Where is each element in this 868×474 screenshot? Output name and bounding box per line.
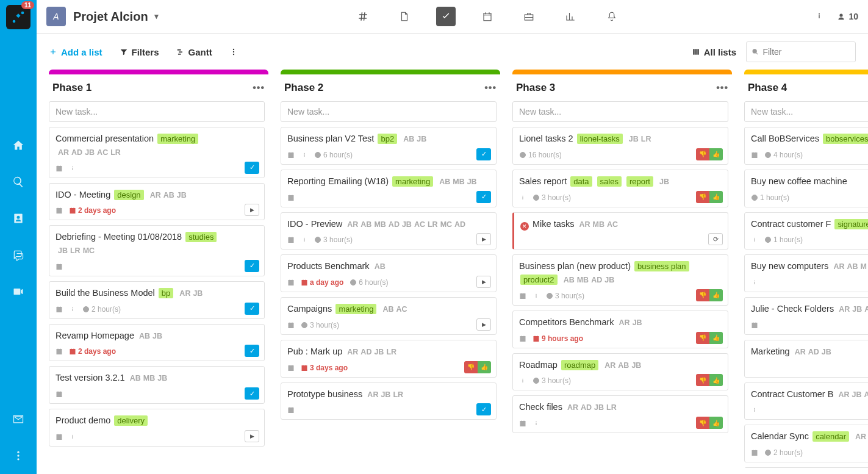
gantt-button[interactable]: Gantt (176, 47, 212, 57)
column-menu[interactable]: ••• (253, 82, 265, 93)
task-card[interactable]: Business plan V2 Test bp2 ABJB 6 hour(s)… (281, 127, 497, 165)
task-card[interactable]: Marketing ARADJB (744, 340, 868, 378)
task-card[interactable]: Call customer E (Canada) client (744, 467, 868, 468)
play-button[interactable]: ▶ (476, 318, 491, 331)
view-tasks[interactable] (436, 7, 456, 26)
new-task-input[interactable]: New task... (512, 101, 728, 122)
play-button[interactable]: ▶ (476, 233, 491, 245)
task-card[interactable]: Contract customer F signature 1 hour(s) (744, 212, 868, 250)
task-card[interactable]: Call BoBServices bobservices 4 hour(s) (744, 127, 868, 165)
vote-up-button[interactable]: 👍 (709, 191, 723, 203)
vote-up-button[interactable]: 👍 (709, 148, 723, 160)
info-icon[interactable] (814, 11, 824, 22)
nav-video[interactable] (0, 273, 37, 310)
complete-button[interactable]: ✓ (245, 260, 259, 272)
vote-up-button[interactable]: 👍 (709, 417, 723, 429)
view-file[interactable] (395, 7, 414, 26)
task-card[interactable]: Pub : Mark up ARADJBLR 3 days ago 👎👍 (281, 340, 497, 378)
app-logo[interactable]: 11 (6, 5, 30, 29)
assignee-initials: AR (150, 191, 161, 199)
task-card[interactable]: Lionel tasks 2 lionel-tasks JBLR 16 hour… (512, 127, 728, 165)
view-stats[interactable] (561, 7, 580, 26)
task-title: Reporting Emailing (W18) (287, 176, 389, 186)
complete-button[interactable]: ✓ (476, 191, 491, 203)
vote-down-button[interactable]: 👎 (696, 289, 709, 301)
toolbar-more[interactable] (229, 48, 238, 56)
project-selector[interactable]: Projet Alcion ▼ (73, 10, 160, 24)
task-card[interactable]: IDO - Preview ARABMBADJBACLRMCAD 3 hour(… (281, 212, 497, 250)
task-card[interactable]: Julie - Check Folders ARJBA (744, 297, 868, 335)
task-card[interactable]: Sales report data sales report JB 3 hour… (512, 170, 728, 207)
nav-mail[interactable] (0, 401, 37, 437)
vote-down-button[interactable]: 👎 (696, 374, 709, 386)
vote-up-button[interactable]: 👍 (709, 374, 723, 386)
all-lists-button[interactable]: All lists (692, 47, 736, 57)
nav-home[interactable] (0, 127, 37, 163)
task-card[interactable]: Revamp Homepage ABJB 2 days ago ✓ (49, 324, 265, 362)
task-card[interactable]: Buy new coffee machine 1 hour(s) (744, 170, 868, 207)
calendar-icon (519, 420, 526, 427)
nav-chat[interactable] (0, 237, 37, 273)
task-card[interactable]: Competitors Benchmark ARJB 9 hours ago 👎… (512, 311, 728, 348)
vote-down-button[interactable]: 👎 (696, 417, 709, 429)
nav-search[interactable] (0, 163, 37, 200)
vote-up-button[interactable]: 👍 (709, 289, 723, 301)
column-menu[interactable]: ••• (484, 82, 497, 93)
sync-button[interactable]: ⟳ (708, 233, 723, 245)
vote-down-button[interactable]: 👎 (696, 148, 709, 160)
task-card[interactable]: Business plan (new product) business pla… (512, 254, 728, 306)
task-card[interactable]: Reporting Emailing (W18) marketing ABMBJ… (281, 170, 497, 207)
task-card[interactable]: IDO - Meeting design ARABJB 2 days ago ▶ (49, 183, 265, 221)
new-task-input[interactable]: New task... (281, 101, 497, 122)
filters-button[interactable]: Filters (120, 47, 159, 57)
task-card[interactable]: Campaigns marketing ABAC 3 hour(s) ▶ (281, 297, 497, 335)
complete-button[interactable]: ✓ (245, 345, 259, 357)
task-card[interactable]: Commercial presentation marketing ARADJB… (49, 127, 265, 178)
task-card[interactable]: Buy new computers ARABM (744, 254, 868, 292)
task-card[interactable]: Build the Business Model bp ARJB 2 hour(… (49, 281, 265, 319)
complete-button[interactable]: ✓ (245, 303, 259, 315)
task-card[interactable]: Test version 3.2.1 ABMBJB ✓ (49, 366, 265, 404)
add-list-button[interactable]: Add a list (49, 47, 102, 57)
view-hash[interactable] (353, 7, 373, 26)
svg-rect-23 (57, 209, 62, 214)
task-title: Contract Customer B (751, 389, 833, 399)
nav-contacts[interactable] (0, 200, 37, 237)
task-card[interactable]: Products Benchmark AB a day ago 6 hour(s… (281, 254, 497, 292)
new-task-input[interactable]: New task... (744, 101, 868, 122)
play-button[interactable]: ▶ (245, 204, 259, 216)
assignee-initials: AR (604, 361, 615, 370)
task-card[interactable]: Calendar Sync calendar ARAl 2 hour(s) (744, 425, 868, 462)
complete-button[interactable]: ✓ (245, 162, 259, 174)
task-card[interactable]: Roadmap roadmap ARABJB 3 hour(s) 👎👍 (512, 353, 728, 391)
vote-down-button[interactable]: 👎 (696, 332, 709, 344)
play-button[interactable]: ▶ (245, 430, 259, 442)
view-briefcase[interactable] (519, 7, 539, 26)
user-count[interactable]: 10 (836, 12, 858, 21)
complete-button[interactable]: ✓ (476, 403, 491, 415)
view-notifications[interactable] (602, 7, 622, 26)
complete-button[interactable]: ✓ (245, 387, 259, 400)
calendar-icon (56, 165, 63, 172)
play-button[interactable]: ▶ (476, 276, 491, 288)
assignee-initials: AR (839, 305, 850, 314)
vote-down-button[interactable]: 👎 (464, 361, 478, 373)
filter-input[interactable] (762, 47, 850, 57)
new-task-input[interactable]: New task... (49, 101, 265, 122)
vote-up-button[interactable]: 👍 (478, 361, 491, 373)
svg-rect-46 (302, 281, 307, 285)
nav-more[interactable] (0, 437, 37, 474)
task-card[interactable]: Product demo delivery ▶ (49, 409, 265, 447)
column-menu[interactable]: ••• (716, 82, 728, 93)
task-card[interactable]: Debriefing - Meeting 01/08/2018 studies … (49, 225, 265, 276)
task-card[interactable]: Check files ARADJBLR 👎👍 (512, 395, 728, 433)
task-card[interactable]: Prototype business ARJBLR ✓ (281, 382, 497, 420)
filter-box[interactable] (746, 41, 856, 62)
complete-button[interactable]: ✓ (476, 148, 491, 160)
view-calendar[interactable] (478, 7, 497, 26)
task-card[interactable]: ✕Mike tasks ARMBAC ⟳ (512, 212, 728, 250)
task-card[interactable]: Contract Customer B ARJBA (744, 382, 868, 420)
vote-up-button[interactable]: 👍 (709, 332, 723, 344)
calendar-icon (751, 151, 758, 159)
vote-down-button[interactable]: 👎 (696, 191, 709, 203)
